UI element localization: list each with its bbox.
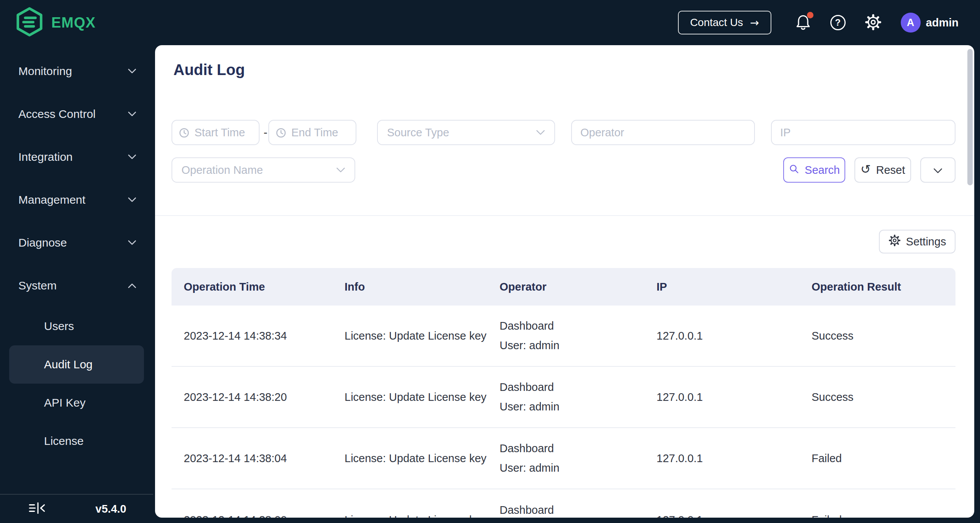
result-cell: Failed: [799, 514, 956, 518]
sidebar-item-label: Integration: [18, 150, 73, 163]
source-type-select[interactable]: Source Type: [377, 120, 555, 145]
info-cell: License: Update License key: [332, 387, 487, 407]
section-divider: [155, 215, 974, 216]
sidebar-item-label: System: [18, 279, 57, 292]
help-button[interactable]: ?: [830, 15, 846, 30]
operator-source: Dashboard: [500, 316, 644, 336]
end-time-input[interactable]: [268, 120, 356, 145]
contact-us-button[interactable]: Contact Us →: [678, 11, 771, 34]
sidebar-item-management[interactable]: Management: [0, 178, 153, 221]
collapse-sidebar-button[interactable]: [28, 502, 47, 516]
sidebar-item-audit-log[interactable]: Audit Log: [9, 345, 144, 384]
expand-filters-button[interactable]: [920, 157, 956, 183]
operator-cell: Dashboard User: admin: [487, 316, 644, 355]
emqx-hexagon-icon: [15, 7, 44, 38]
column-header-operator: Operator: [487, 281, 644, 293]
table-row: 2023-12-14 14:38:00 License: Update Lice…: [172, 489, 956, 518]
operation-name-placeholder: Operation Name: [181, 164, 263, 177]
sidebar-subitem-label: Users: [44, 320, 74, 333]
sidebar-item-label: Monitoring: [18, 65, 72, 78]
operator-source: Dashboard: [500, 439, 644, 458]
sidebar-item-integration[interactable]: Integration: [0, 136, 153, 178]
reset-icon: ↺: [861, 163, 871, 175]
chevron-down-icon: [128, 111, 136, 117]
table-row: 2023-12-14 14:38:34 License: Update Lice…: [172, 306, 956, 367]
operator-source: Dashboard: [500, 378, 644, 397]
ip-cell: 127.0.0.1: [644, 391, 799, 404]
sidebar-item-diagnose[interactable]: Diagnose: [0, 221, 153, 264]
username[interactable]: admin: [926, 16, 959, 29]
sidebar-item-api-key[interactable]: API Key: [9, 384, 144, 422]
info-cell: License: Update License key: [332, 326, 487, 346]
operation-name-select[interactable]: Operation Name: [172, 157, 355, 183]
chevron-down-icon: [128, 69, 136, 74]
operation-time-cell: 2023-12-14 14:38:00: [172, 514, 332, 518]
start-time-input[interactable]: [172, 120, 260, 145]
brand-name: EMQX: [51, 15, 96, 31]
reset-label: Reset: [876, 164, 905, 177]
contact-us-label: Contact Us: [690, 16, 743, 29]
info-cell: License: Update License key: [332, 510, 487, 518]
operator-user: User: admin: [500, 397, 644, 417]
table-row: 2023-12-14 14:38:04 License: Update Lice…: [172, 428, 956, 489]
chevron-down-icon: [536, 130, 545, 136]
operation-time-cell: 2023-12-14 14:38:34: [172, 330, 332, 342]
chevron-down-icon: [933, 164, 942, 177]
ip-input[interactable]: [771, 120, 956, 145]
notification-badge: [807, 12, 813, 18]
info-text: License: Update License key: [345, 449, 487, 468]
ip-cell: 127.0.0.1: [644, 452, 799, 465]
sidebar-item-access-control[interactable]: Access Control: [0, 93, 153, 136]
user-avatar[interactable]: A: [901, 13, 921, 33]
avatar-initial: A: [907, 17, 915, 29]
operator-cell: Dashboard User: admin: [487, 439, 644, 478]
sidebar-subitem-label: License: [44, 435, 83, 448]
end-time-field: [268, 120, 356, 145]
operator-cell: Dashboard User: admin: [487, 500, 644, 518]
column-header-operation-result: Operation Result: [799, 281, 956, 293]
operator-user: User: admin: [500, 458, 644, 478]
chevron-down-icon: [128, 240, 136, 245]
chevron-down-icon: [336, 167, 345, 173]
main-content-card: Audit Log - Source Type Operation Name: [155, 45, 974, 518]
version-label: v5.4.0: [95, 503, 126, 515]
reset-button[interactable]: ↺ Reset: [854, 157, 911, 183]
sidebar-item-label: Diagnose: [18, 236, 67, 249]
column-header-info: Info: [332, 281, 487, 293]
gear-icon: [865, 14, 882, 32]
ip-field: [771, 120, 956, 145]
info-text: License: Update License key: [345, 510, 487, 518]
emqx-logo[interactable]: EMQX: [15, 7, 96, 38]
sidebar-item-monitoring[interactable]: Monitoring: [0, 50, 153, 93]
notifications-button[interactable]: [795, 14, 811, 32]
start-time-field: [172, 120, 260, 145]
settings-label: Settings: [906, 235, 946, 248]
search-button[interactable]: Search: [783, 157, 845, 183]
table-row: 2023-12-14 14:38:20 License: Update Lice…: [172, 367, 956, 428]
search-label: Search: [805, 164, 840, 177]
operator-input[interactable]: [571, 120, 755, 145]
info-cell: License: Update License key: [332, 449, 487, 468]
sidebar-item-users[interactable]: Users: [9, 307, 144, 345]
audit-log-table: Operation Time Info Operator IP Operatio…: [172, 268, 956, 518]
sidebar-item-label: Access Control: [18, 108, 96, 121]
column-header-ip: IP: [644, 281, 799, 293]
date-range-separator: -: [263, 120, 268, 145]
column-header-operation-time: Operation Time: [172, 281, 332, 293]
scrollbar-thumb[interactable]: [967, 49, 973, 185]
table-settings-button[interactable]: Settings: [879, 230, 956, 253]
settings-menu-button[interactable]: [865, 14, 882, 32]
sidebar-subitem-label: Audit Log: [44, 358, 93, 371]
chevron-up-icon: [128, 283, 136, 288]
sidebar-item-system[interactable]: System: [0, 264, 153, 307]
gear-icon: [889, 234, 901, 249]
sidebar-item-license[interactable]: License: [9, 422, 144, 460]
operator-user: User: admin: [500, 336, 644, 355]
result-cell: Success: [799, 391, 956, 404]
result-cell: Failed: [799, 452, 956, 465]
ip-cell: 127.0.0.1: [644, 330, 799, 342]
operation-time-cell: 2023-12-14 14:38:04: [172, 452, 332, 465]
result-cell: Success: [799, 330, 956, 342]
operation-time-cell: 2023-12-14 14:38:20: [172, 391, 332, 404]
chevron-down-icon: [128, 154, 136, 160]
